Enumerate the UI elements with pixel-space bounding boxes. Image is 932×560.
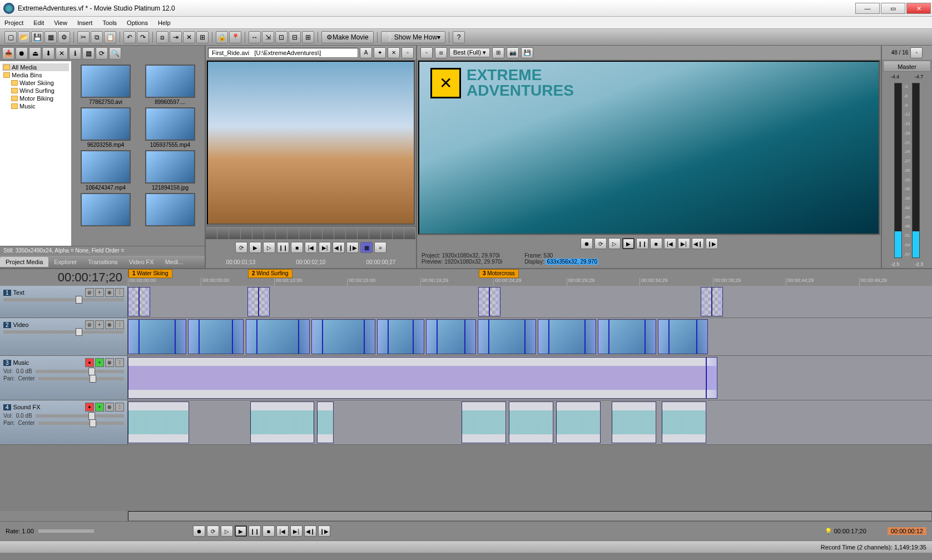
rate-slider[interactable] <box>38 529 94 533</box>
menu-tools[interactable]: Tools <box>102 19 117 26</box>
play-icon[interactable]: ▶ <box>622 238 634 249</box>
vol-slider[interactable] <box>36 370 124 373</box>
pan-slider[interactable] <box>38 422 124 425</box>
mute-icon[interactable]: ⊗ <box>105 288 114 297</box>
trim-ext-icon[interactable]: ▫ <box>401 47 414 58</box>
stop-icon[interactable]: ■ <box>291 242 303 253</box>
menu-insert[interactable]: Insert <box>77 19 93 26</box>
extract-icon[interactable]: ⏏ <box>29 47 41 60</box>
text-clip[interactable] <box>247 287 270 316</box>
start-icon[interactable]: |◀ <box>305 242 317 253</box>
sfx-clip[interactable] <box>462 402 506 443</box>
timeline-ruler[interactable]: 00:00:00:0000:00:05:0000:00:10:0000:00:1… <box>128 277 932 286</box>
sfx-clip[interactable] <box>556 402 601 443</box>
lock-icon[interactable]: 🔒 <box>216 31 228 43</box>
record-icon[interactable]: ⏺ <box>581 238 593 249</box>
more-icon[interactable]: ⋮ <box>115 288 124 297</box>
meter-right[interactable] <box>912 83 920 258</box>
tool2-icon[interactable]: ⇲ <box>262 31 274 43</box>
make-movie-button[interactable]: ⚙ Make Movie <box>321 31 374 43</box>
trimmer-file[interactable]: First_Ride.avi [U:\ExtremeAdventures\] <box>208 48 358 58</box>
mute-icon[interactable]: ⊗ <box>105 320 114 329</box>
remove-icon[interactable]: ✕ <box>56 47 68 60</box>
tab-videofx[interactable]: Video FX <box>123 257 160 267</box>
copy-icon[interactable]: ⧉ <box>91 31 103 43</box>
video-clip[interactable] <box>128 319 186 354</box>
tab-explorer[interactable]: Explorer <box>48 257 82 267</box>
preview-viewport[interactable]: ✕ EXTREMEADVENTURES <box>418 61 880 235</box>
properties-icon[interactable]: ⚙ <box>58 31 70 43</box>
video-clip[interactable] <box>478 319 536 354</box>
trimmer-ruler[interactable] <box>206 226 416 239</box>
import-icon[interactable]: 📥 <box>2 47 14 60</box>
sfx-clip[interactable] <box>317 402 334 443</box>
arm-record-icon[interactable]: ● <box>85 403 94 412</box>
loop-icon[interactable]: ⟳ <box>235 242 247 253</box>
start-icon[interactable]: |◀ <box>664 238 676 249</box>
loop-icon[interactable]: ⟳ <box>207 526 219 537</box>
marker-icon[interactable]: 📍 <box>229 31 241 43</box>
sfx-clip[interactable] <box>250 402 314 443</box>
media-bins-tree[interactable]: All Media Media Bins Water Skiing Wind S… <box>0 61 71 246</box>
get-media-icon[interactable]: ⬇ <box>42 47 54 60</box>
props-icon[interactable]: ℹ <box>69 47 81 60</box>
track-body-music[interactable] <box>128 356 932 400</box>
tool1-icon[interactable]: ↔ <box>249 31 261 43</box>
tree-bin-windsurfing[interactable]: Wind Surfing <box>2 87 69 95</box>
media-thumb[interactable]: 121894158.jpg <box>139 150 201 191</box>
more-icon[interactable]: » <box>374 242 386 253</box>
level-slider[interactable] <box>3 298 124 301</box>
tree-bin-waterskiing[interactable]: Water Skiing <box>2 79 69 87</box>
tab-media-gen[interactable]: Medi... <box>160 257 189 267</box>
video-clip[interactable] <box>658 319 708 354</box>
tree-all-media[interactable]: All Media <box>2 63 69 71</box>
video-clip[interactable] <box>426 319 476 354</box>
new-icon[interactable]: ▢ <box>4 31 17 43</box>
prev-save-icon[interactable]: 💾 <box>521 47 533 58</box>
more-icon[interactable]: ⋮ <box>115 403 124 412</box>
trimmer-viewport[interactable] <box>207 61 415 225</box>
track-header-video[interactable]: 2Video ⊘+⊗⋮ <box>0 318 128 355</box>
more-icon[interactable]: ⋮ <box>115 320 124 329</box>
minimize-button[interactable]: — <box>855 3 880 14</box>
menu-edit[interactable]: Edit <box>33 19 44 26</box>
stop-icon[interactable]: ■ <box>262 526 275 537</box>
search-icon[interactable]: 🔍 <box>109 47 121 60</box>
end-icon[interactable]: ▶| <box>319 242 331 253</box>
playstart-icon[interactable]: ▷ <box>221 526 233 537</box>
meter-left[interactable] <box>894 83 902 258</box>
media-thumb[interactable] <box>75 193 137 226</box>
text-clip[interactable] <box>128 287 150 316</box>
autocross-icon[interactable]: ✕ <box>183 31 195 43</box>
sfx-clip[interactable] <box>128 402 189 443</box>
redo-icon[interactable]: ↷ <box>137 31 149 43</box>
snap-icon[interactable]: ⧈ <box>156 31 168 43</box>
maximize-button[interactable]: ▭ <box>881 3 905 14</box>
trim-tool-icon[interactable]: A <box>360 47 372 58</box>
menu-help[interactable]: Help <box>158 19 171 26</box>
marker-3[interactable]: 3 Motorcross <box>479 269 519 278</box>
playstart-icon[interactable]: ▷ <box>608 238 621 249</box>
stop-icon[interactable]: ■ <box>650 238 662 249</box>
undo-icon[interactable]: ↶ <box>123 31 136 43</box>
prev-ext-icon[interactable]: ▫ <box>420 47 433 58</box>
video-clip[interactable] <box>311 319 375 354</box>
meter-title[interactable]: Master <box>883 61 931 72</box>
fx-icon[interactable]: + <box>95 288 104 297</box>
bypass-icon[interactable]: ⊘ <box>85 320 94 329</box>
track-header-text[interactable]: 1Text ⊘+⊗⋮ <box>0 286 128 318</box>
preview-quality-dropdown[interactable]: Best (Full) ▾ <box>449 48 490 57</box>
bypass-icon[interactable]: ⊘ <box>85 288 94 297</box>
pause-icon[interactable]: ❙❙ <box>636 238 648 249</box>
tab-transitions[interactable]: Transitions <box>82 257 123 267</box>
mute-icon[interactable]: ⊗ <box>105 358 114 367</box>
trim-fx-icon[interactable]: ✦ <box>374 47 386 58</box>
end-icon[interactable]: ▶| <box>290 526 303 537</box>
help-icon[interactable]: ? <box>453 31 465 43</box>
more-icon[interactable]: ⋮ <box>115 358 124 367</box>
meter-ext-icon[interactable]: ▫ <box>910 47 923 58</box>
video-clip[interactable] <box>598 319 656 354</box>
sfx-clip[interactable] <box>612 402 656 443</box>
trim-dur[interactable]: 00:00:00;27 <box>366 259 396 265</box>
text-clip[interactable] <box>701 287 723 316</box>
